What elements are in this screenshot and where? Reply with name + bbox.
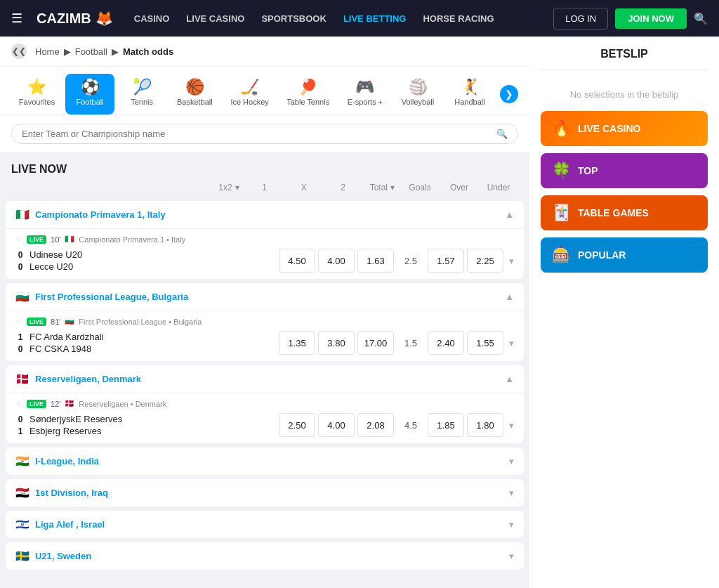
sport-icon: 🎮 bbox=[355, 78, 374, 96]
league-name: Campionato Primavera 1, Italy bbox=[35, 209, 499, 220]
league-header[interactable]: 🇮🇱 Liga Alef , Israel ▾ bbox=[6, 511, 524, 538]
league-block-first-pro: 🇧🇬 First Professional League, Bulgaria ▲… bbox=[6, 283, 524, 361]
main-layout: ❮❮ Home ▶ Football ▶ Match odds ⭐Favouri… bbox=[0, 37, 719, 588]
match-chevron[interactable]: ▾ bbox=[506, 338, 514, 348]
search-input-wrap: 🔍 bbox=[11, 124, 518, 144]
oddx-button[interactable]: 3.80 bbox=[318, 331, 355, 355]
favorite-icon[interactable]: ☆ bbox=[15, 317, 22, 326]
sport-tab-handball[interactable]: 🤾Handball bbox=[445, 74, 494, 115]
league-chevron[interactable]: ▾ bbox=[509, 519, 514, 530]
sport-icon: ⭐ bbox=[27, 78, 46, 96]
odd1-button[interactable]: 4.50 bbox=[279, 249, 315, 273]
sport-tab-tennis[interactable]: 🎾Tennis bbox=[117, 74, 166, 115]
nav-link-live-casino[interactable]: LIVE CASINO bbox=[186, 13, 244, 24]
nav-link-live-betting[interactable]: LIVE BETTING bbox=[343, 13, 407, 24]
league-flag: 🇸🇪 bbox=[15, 549, 29, 563]
team2-name: Esbjerg Reserves bbox=[29, 426, 102, 436]
sport-tab-basketball[interactable]: 🏀Basketball bbox=[169, 74, 220, 115]
breadcrumb-football[interactable]: Football bbox=[75, 46, 107, 57]
odds-row: 2.50 4.00 2.08 4.5 1.85 1.80 ▾ bbox=[279, 413, 514, 437]
sidebar-btn-icon: 🎰 bbox=[552, 246, 571, 264]
live-now-title: LIVE NOW bbox=[11, 163, 518, 176]
league-header[interactable]: 🇮🇶 1st Division, Iraq ▾ bbox=[6, 479, 524, 507]
league-flag: 🇮🇹 bbox=[15, 208, 29, 221]
sidebar-btn-live-casino[interactable]: 🔥LIVE CASINO bbox=[541, 111, 708, 146]
sport-icon: 🎾 bbox=[133, 78, 152, 96]
odd1-button[interactable]: 1.35 bbox=[279, 331, 315, 355]
odd1-button[interactable]: 2.50 bbox=[279, 413, 315, 437]
match-time: 81' bbox=[51, 318, 60, 326]
login-button[interactable]: LOG IN bbox=[553, 8, 608, 30]
over-button[interactable]: 1.57 bbox=[428, 249, 464, 273]
league-flag: 🇮🇳 bbox=[15, 455, 29, 468]
sport-tab-e-sports-+[interactable]: 🎮E-sports + bbox=[340, 74, 390, 115]
back-button[interactable]: ❮❮ bbox=[11, 44, 27, 59]
match-chevron[interactable]: ▾ bbox=[506, 256, 514, 266]
sidebar-btn-table-games[interactable]: 🃏TABLE GAMES bbox=[541, 195, 708, 230]
odds-header: 1x2 ▾ 1 X 2 Total ▾ Goals Over Under bbox=[0, 178, 529, 197]
league-chevron[interactable]: ▲ bbox=[505, 374, 514, 384]
search-icon[interactable]: 🔍 bbox=[694, 12, 708, 25]
logo-emoji: 🦊 bbox=[95, 10, 113, 27]
odd2-button[interactable]: 17.00 bbox=[357, 331, 394, 355]
league-header[interactable]: 🇮🇳 I-League, India ▾ bbox=[6, 447, 524, 475]
oddx-button[interactable]: 4.00 bbox=[318, 413, 355, 437]
oddx-button[interactable]: 4.00 bbox=[318, 249, 355, 273]
league-chevron[interactable]: ▾ bbox=[509, 551, 514, 561]
league-chevron[interactable]: ▾ bbox=[509, 456, 514, 466]
team-row-1: 0 Udinese U20 bbox=[15, 249, 273, 260]
logo[interactable]: CAZIMB🦊 bbox=[37, 10, 113, 27]
odds-col-x: X bbox=[284, 183, 324, 192]
sport-tab-table-tennis[interactable]: 🏓Table Tennis bbox=[279, 74, 337, 115]
join-button[interactable]: JOIN NOW bbox=[615, 8, 687, 29]
league-chevron[interactable]: ▾ bbox=[509, 488, 514, 498]
sport-tab-ice-hockey[interactable]: 🏒Ice Hockey bbox=[223, 74, 277, 115]
sidebar-btn-label: LIVE CASINO bbox=[578, 123, 640, 134]
nav-link-casino[interactable]: CASINO bbox=[134, 13, 170, 24]
league-header[interactable]: 🇮🇹 Campionato Primavera 1, Italy ▲ bbox=[6, 201, 524, 229]
league-chevron[interactable]: ▲ bbox=[505, 292, 514, 302]
tabs-next-button[interactable]: ❯ bbox=[500, 85, 518, 103]
hamburger-menu[interactable]: ☰ bbox=[11, 11, 22, 26]
breadcrumb-home[interactable]: Home bbox=[35, 46, 60, 57]
league-header[interactable]: 🇩🇰 Reserveligaen, Denmark ▲ bbox=[6, 365, 524, 393]
sidebar-btn-popular[interactable]: 🎰POPULAR bbox=[541, 237, 708, 273]
goals-value: 4.5 bbox=[397, 420, 425, 431]
over-button[interactable]: 2.40 bbox=[428, 331, 464, 355]
under-button[interactable]: 2.25 bbox=[467, 249, 503, 273]
match-meta: ☆ LIVE 10' 🇮🇹 Campionato Primavera 1 • I… bbox=[15, 235, 514, 244]
under-button[interactable]: 1.80 bbox=[467, 413, 503, 437]
under-button[interactable]: 1.55 bbox=[467, 331, 503, 355]
match-league-flag: 🇩🇰 bbox=[65, 399, 74, 408]
odd2-button[interactable]: 2.08 bbox=[357, 413, 394, 437]
nav-link-horse-racing[interactable]: HORSE RACING bbox=[423, 13, 494, 24]
sport-tab-favourites[interactable]: ⭐Favourites bbox=[11, 74, 62, 115]
sport-icon: 🏒 bbox=[240, 78, 259, 96]
sidebar-btn-top[interactable]: 🍀TOP bbox=[541, 153, 708, 188]
team-row-1: 1 FC Arda Kardzhali bbox=[15, 332, 273, 342]
match-league-label: First Professional League • Bulgaria bbox=[79, 318, 202, 326]
match-chevron[interactable]: ▾ bbox=[506, 420, 514, 431]
team-row-2: 0 Lecce U20 bbox=[15, 261, 273, 272]
teams-info: 1 FC Arda Kardzhali 0 FC CSKA 1948 bbox=[15, 330, 273, 355]
live-badge: LIVE bbox=[27, 318, 46, 326]
odd2-button[interactable]: 1.63 bbox=[357, 249, 394, 273]
odds-label-total: Total ▾ bbox=[370, 183, 395, 192]
search-input[interactable] bbox=[22, 129, 491, 139]
sport-tab-football[interactable]: ⚽Football bbox=[65, 74, 114, 115]
over-button[interactable]: 1.85 bbox=[428, 413, 464, 437]
favorite-icon[interactable]: ☆ bbox=[15, 399, 22, 408]
leagues-container: 🇮🇹 Campionato Primavera 1, Italy ▲ ☆ LIV… bbox=[0, 201, 529, 570]
live-badge: LIVE bbox=[27, 400, 46, 408]
odds-label-1x2: 1x2 ▾ bbox=[218, 183, 239, 192]
league-header[interactable]: 🇸🇪 U21, Sweden ▾ bbox=[6, 542, 524, 570]
league-name: Reserveligaen, Denmark bbox=[35, 374, 499, 384]
sport-tab-volleyball[interactable]: 🏐Volleyball bbox=[393, 74, 442, 115]
league-header[interactable]: 🇧🇬 First Professional League, Bulgaria ▲ bbox=[6, 283, 524, 311]
match-row: ☆ LIVE 12' 🇩🇰 Reserveligaen • Denmark 0 … bbox=[6, 393, 524, 443]
league-chevron[interactable]: ▲ bbox=[505, 209, 514, 220]
nav-link-sportsbook[interactable]: SPORTSBOOK bbox=[261, 13, 326, 24]
score-team1: 1 bbox=[15, 332, 25, 342]
favorite-icon[interactable]: ☆ bbox=[15, 235, 22, 244]
search-bar: 🔍 bbox=[0, 115, 529, 153]
